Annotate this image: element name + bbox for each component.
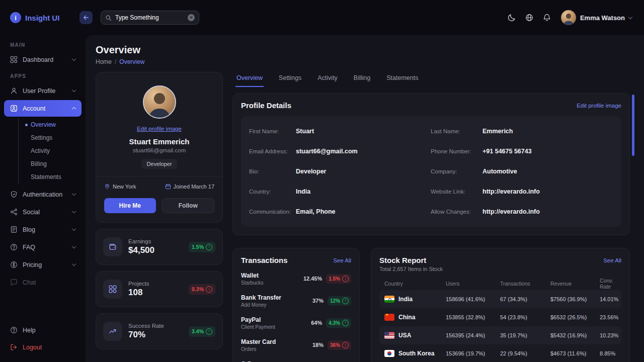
book-icon bbox=[10, 226, 18, 233]
field-label: Bio: bbox=[249, 168, 292, 174]
sidebar-footer: Help Logout bbox=[0, 321, 86, 362]
submenu-item-statements[interactable]: Statements bbox=[19, 170, 86, 184]
country-cell: South Korea bbox=[384, 350, 446, 357]
profile-actions: Hire Me Follow bbox=[104, 198, 214, 213]
field-label: Country: bbox=[249, 189, 292, 195]
chevron-down-icon bbox=[72, 88, 76, 92]
sidebar-item-dashboard[interactable]: Dashboard bbox=[4, 51, 82, 68]
stat-label: Success Rate bbox=[128, 323, 164, 329]
stat-value: 108 bbox=[128, 288, 149, 298]
notifications-button[interactable] bbox=[542, 13, 551, 22]
stat-card-projects: Projects 108 0.3%↓ bbox=[96, 271, 223, 307]
sidebar-section-main: MAIN bbox=[0, 37, 86, 51]
tab-statements[interactable]: Statements bbox=[385, 72, 419, 87]
chevron-down-icon bbox=[72, 244, 76, 248]
field-value: Automotive bbox=[482, 168, 613, 175]
tab-activity[interactable]: Activity bbox=[316, 72, 339, 87]
conv-rate-cell: 23.56% bbox=[600, 314, 618, 320]
arrow-down-icon: ↓ bbox=[342, 276, 349, 282]
search-clear-icon[interactable]: ✕ bbox=[188, 14, 195, 21]
field-value: http://everardo.info bbox=[482, 208, 613, 215]
edit-profile-image-link[interactable]: Edit profile image bbox=[577, 103, 621, 109]
tab-billing[interactable]: Billing bbox=[353, 72, 371, 87]
sidebar-item-faq[interactable]: FAQ bbox=[4, 239, 82, 255]
vertical-scrollbar[interactable] bbox=[632, 95, 634, 156]
dark-mode-button[interactable] bbox=[507, 13, 516, 22]
sidebar-item-social[interactable]: Social bbox=[4, 204, 82, 220]
globe-icon bbox=[525, 13, 534, 22]
field-value: http://everardo.info bbox=[482, 188, 613, 195]
arrow-up-icon: ↑ bbox=[342, 320, 349, 326]
stat-info: Success Rate 70% bbox=[128, 323, 164, 340]
users-cell: 153696 (19.7%) bbox=[446, 350, 500, 356]
calendar-icon bbox=[165, 184, 171, 190]
users-cell: 156395 (24.4%) bbox=[446, 332, 500, 338]
brand[interactable]: i Insight UI bbox=[10, 12, 79, 23]
submenu-item-activity[interactable]: Activity bbox=[19, 144, 86, 157]
china-flag-icon bbox=[384, 314, 394, 321]
profile-card: Edit profile image Stuart Emmerich stuar… bbox=[96, 72, 223, 223]
transaction-subtitle: Orders bbox=[241, 346, 276, 352]
india-flag-icon bbox=[384, 296, 394, 303]
stat-label: Projects bbox=[128, 281, 149, 287]
language-button[interactable] bbox=[525, 13, 534, 22]
tab-overview[interactable]: Overview bbox=[235, 72, 264, 87]
tab-settings[interactable]: Settings bbox=[278, 72, 302, 87]
sidebar-item-authentication[interactable]: Authentication bbox=[4, 186, 82, 203]
sidebar-item-help[interactable]: Help bbox=[4, 322, 82, 338]
sidebar-item-logout[interactable]: Logout bbox=[4, 339, 82, 355]
sidebar-item-user-profile[interactable]: User Profile bbox=[4, 82, 82, 99]
transaction-subtitle: Starbucks bbox=[241, 280, 263, 286]
table-row: China 153855 (32.8%) 54 (23.8%) $6532 (2… bbox=[379, 308, 621, 326]
see-all-link[interactable]: See All bbox=[603, 257, 621, 263]
field-label: Company: bbox=[431, 168, 478, 174]
submenu-item-settings[interactable]: Settings bbox=[19, 131, 86, 144]
transaction-value: 37% bbox=[312, 298, 324, 304]
transaction-names: Bank Transfer Add Money bbox=[241, 294, 281, 308]
revenue-cell: $5432 (16.9%) bbox=[550, 332, 600, 338]
hire-me-button[interactable]: Hire Me bbox=[104, 198, 156, 213]
user-avatar bbox=[561, 10, 576, 25]
sidebar-item-label: Logout bbox=[23, 344, 42, 351]
tabs: Overview Settings Activity Billing State… bbox=[232, 72, 630, 87]
breadcrumb-home[interactable]: Home bbox=[96, 58, 112, 65]
sidebar-item-blog[interactable]: Blog bbox=[4, 221, 82, 238]
transactions-card: Transactions See All Wallet Starbucks 12… bbox=[232, 248, 360, 362]
earnings-wallet-icon bbox=[103, 237, 122, 256]
field-label: Allow Changes: bbox=[431, 209, 478, 215]
joined-text: Joined March 17 bbox=[174, 184, 214, 190]
change-badge: 12%↑ bbox=[328, 296, 351, 306]
logout-icon bbox=[10, 343, 18, 351]
field-value: Email, Phone bbox=[296, 208, 427, 215]
transaction-title: Master Card bbox=[241, 338, 276, 345]
field-value: +91 54675 56743 bbox=[482, 148, 613, 155]
users-cell: 153855 (32.8%) bbox=[446, 314, 500, 320]
card-header: Transactions See All bbox=[241, 256, 351, 264]
content-area: Edit profile image Stuart Emmerich stuar… bbox=[96, 72, 630, 362]
sidebar-item-chat[interactable]: Chat bbox=[4, 274, 82, 291]
chevron-down-icon bbox=[72, 192, 76, 196]
see-all-link[interactable]: See All bbox=[333, 257, 351, 263]
app-root: i Insight UI ✕ bbox=[0, 0, 644, 362]
transactions-list: Wallet Starbucks 12.45% 1.5%↓ Bank Trans… bbox=[241, 267, 351, 362]
card-title: Stock Report bbox=[379, 256, 426, 264]
change-badge: 1.5%↑ bbox=[189, 242, 215, 252]
submenu-item-overview[interactable]: Overview bbox=[19, 118, 86, 131]
edit-profile-image-link[interactable]: Edit profile image bbox=[137, 126, 182, 132]
help-icon bbox=[10, 326, 18, 334]
field-label: First Name: bbox=[249, 128, 292, 134]
column-header: Users bbox=[446, 281, 500, 287]
revenue-cell: $6532 (26.5%) bbox=[550, 314, 600, 320]
sidebar-item-account[interactable]: Account bbox=[4, 100, 82, 117]
sidebar-item-pricing[interactable]: Pricing bbox=[4, 256, 82, 273]
submenu-item-billing[interactable]: Billing bbox=[19, 157, 86, 170]
transaction-value: 64% bbox=[311, 320, 322, 326]
search-input[interactable] bbox=[115, 14, 184, 21]
user-menu[interactable]: Emma Watson bbox=[561, 10, 632, 25]
back-button[interactable] bbox=[79, 11, 93, 24]
chevron-up-icon bbox=[72, 107, 76, 111]
dollar-icon bbox=[10, 261, 18, 268]
profile-role-badge: Developer bbox=[104, 159, 214, 169]
follow-button[interactable]: Follow bbox=[162, 198, 215, 213]
brand-logo-icon: i bbox=[10, 12, 21, 23]
